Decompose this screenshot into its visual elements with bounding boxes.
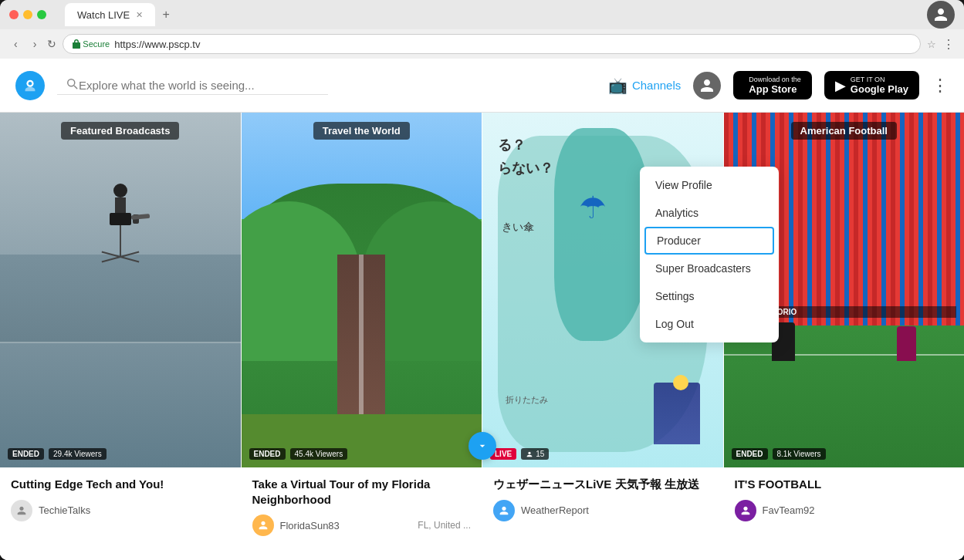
periscope-logo[interactable] xyxy=(15,71,45,100)
forward-button[interactable]: › xyxy=(29,35,42,53)
card-4-user: FavTeam92 xyxy=(735,500,954,521)
google-play-big-label: Google Play xyxy=(851,83,908,95)
app-store-button[interactable]: Download on the App Store xyxy=(733,71,812,100)
url-bar[interactable]: Secure https://www.pscp.tv xyxy=(63,34,921,54)
card-1-ended: ENDED xyxy=(8,448,44,460)
browser-profile-button[interactable] xyxy=(927,1,955,29)
card-1-info: Cutting Edge Tech and You! TechieTalks xyxy=(0,467,241,560)
card-1-viewers: 29.4k Viewers xyxy=(49,448,107,460)
card-4-title: IT'S FOOTBALL xyxy=(735,477,954,492)
card-1-category: Featured Broadcasts xyxy=(61,122,179,140)
secure-label: Secure xyxy=(83,39,110,49)
card-1-label: Featured Broadcasts xyxy=(0,122,241,140)
broadcast-card-1[interactable]: Featured Broadcasts ENDED 29.4k Viewers … xyxy=(0,113,242,560)
browser-window: Watch LIVE ✕ + ‹ › ↻ Secure https://www.… xyxy=(0,0,964,560)
search-container xyxy=(57,76,328,95)
card-2-viewers: 45.4k Viewers xyxy=(290,448,348,460)
minimize-button[interactable] xyxy=(23,10,32,19)
app-store-text: Download on the App Store xyxy=(749,76,801,95)
dropdown-super-broadcasters[interactable]: Super Broadcasters xyxy=(640,255,779,282)
card-2-avatar xyxy=(252,514,274,536)
card-3-status-bar: LIVE 15 xyxy=(490,448,549,460)
card-4-status-bar: ENDED 8.1k Viewers xyxy=(732,448,826,460)
card-2-category: Travel the World xyxy=(313,122,410,140)
bookmark-button[interactable]: ☆ xyxy=(927,39,936,50)
card-4-info: IT'S FOOTBALL FavTeam92 xyxy=(724,467,965,560)
card-3-username: WeatherReport xyxy=(521,504,589,516)
user-dropdown-menu: View Profile Analytics Producer Super Br… xyxy=(640,167,779,342)
dropdown-producer[interactable]: Producer xyxy=(644,227,774,255)
card-2-status-bar: ENDED 45.4k Viewers xyxy=(249,448,348,460)
card-2-user: FloridaSun83 FL, United ... xyxy=(252,514,472,536)
card-2-username: FloridaSun83 xyxy=(280,520,340,531)
app-store-big-label: App Store xyxy=(749,83,801,95)
card-1-status-bar: ENDED 29.4k Viewers xyxy=(8,448,107,460)
card-3-title: ウェザーニュースLiVE 天気予報 生放送 xyxy=(493,477,712,492)
broadcast-image-2: Travel the World ENDED 45.4k Viewers xyxy=(242,113,482,467)
app-store-small-label: Download on the xyxy=(749,76,801,83)
card-1-avatar xyxy=(11,500,32,521)
scroll-down-button[interactable] xyxy=(468,432,496,460)
card-2-ended: ENDED xyxy=(249,448,286,460)
user-profile-button[interactable] xyxy=(693,72,721,100)
dropdown-analytics[interactable]: Analytics xyxy=(640,199,779,227)
google-play-small-label: GET IT ON xyxy=(851,76,908,83)
channels-button[interactable]: 📺 Channels xyxy=(608,76,681,95)
main-content: Featured Broadcasts ENDED 29.4k Viewers … xyxy=(0,113,964,560)
reload-button[interactable]: ↻ xyxy=(47,38,56,50)
tab-bar: Watch LIVE ✕ + xyxy=(65,3,177,26)
card-4-category: American Football xyxy=(791,122,897,140)
google-play-icon: ▶ xyxy=(835,77,846,94)
secure-badge: Secure xyxy=(73,39,110,49)
back-button[interactable]: ‹ xyxy=(9,35,22,53)
card-4-ended: ENDED xyxy=(732,448,768,460)
address-bar: ‹ › ↻ Secure https://www.pscp.tv ☆ ⋮ xyxy=(0,29,964,59)
channels-label: Channels xyxy=(632,79,681,92)
card-4-avatar xyxy=(735,500,756,521)
broadcast-image-1: Featured Broadcasts ENDED 29.4k Viewers xyxy=(0,113,241,467)
card-3-user: WeatherReport xyxy=(493,500,712,521)
card-1-username: TechieTalks xyxy=(39,504,90,516)
browser-tab[interactable]: Watch LIVE ✕ xyxy=(65,3,155,26)
dropdown-log-out[interactable]: Log Out xyxy=(640,310,779,338)
close-button[interactable] xyxy=(9,10,19,19)
browser-more-button[interactable]: ⋮ xyxy=(942,37,955,52)
url-text: https://www.pscp.tv xyxy=(114,39,200,50)
google-play-button[interactable]: ▶ GET IT ON Google Play xyxy=(824,71,919,100)
search-input[interactable] xyxy=(79,79,320,92)
card-1-user: TechieTalks xyxy=(11,500,230,521)
card-2-info: Take a Virtual Tour of my Florida Neighb… xyxy=(242,467,482,560)
card-2-title: Take a Virtual Tour of my Florida Neighb… xyxy=(252,477,472,507)
tab-close-icon[interactable]: ✕ xyxy=(136,10,143,20)
dropdown-settings[interactable]: Settings xyxy=(640,282,779,310)
card-4-label: American Football xyxy=(724,122,965,140)
card-2-label: Travel the World xyxy=(242,122,482,140)
search-icon xyxy=(65,76,79,94)
tv-icon: 📺 xyxy=(608,76,627,95)
traffic-lights xyxy=(9,10,46,19)
title-bar: Watch LIVE ✕ + xyxy=(0,0,964,29)
tab-title: Watch LIVE xyxy=(77,9,130,21)
maximize-button[interactable] xyxy=(37,10,46,19)
app-content: 📺 Channels Download on the App Store ▶ G… xyxy=(0,59,964,560)
card-3-avatar xyxy=(493,500,515,521)
app-header: 📺 Channels Download on the App Store ▶ G… xyxy=(0,59,964,113)
broadcast-card-2[interactable]: Travel the World ENDED 45.4k Viewers Tak… xyxy=(242,113,483,560)
card-4-viewers: 8.1k Viewers xyxy=(773,448,826,460)
card-4-username: FavTeam92 xyxy=(763,504,815,516)
broadcast-grid: Featured Broadcasts ENDED 29.4k Viewers … xyxy=(0,113,964,560)
card-3-info: ウェザーニュースLiVE 天気予報 生放送 WeatherReport xyxy=(482,467,723,560)
dropdown-view-profile[interactable]: View Profile xyxy=(640,171,779,199)
card-1-title: Cutting Edge Tech and You! xyxy=(11,477,230,492)
new-tab-button[interactable]: + xyxy=(155,4,177,25)
more-options-button[interactable]: ⋮ xyxy=(932,76,949,96)
card-2-location: FL, United ... xyxy=(418,520,471,531)
google-play-text: GET IT ON Google Play xyxy=(851,76,908,95)
svg-point-1 xyxy=(29,81,32,85)
card-3-viewers: 15 xyxy=(521,448,549,460)
